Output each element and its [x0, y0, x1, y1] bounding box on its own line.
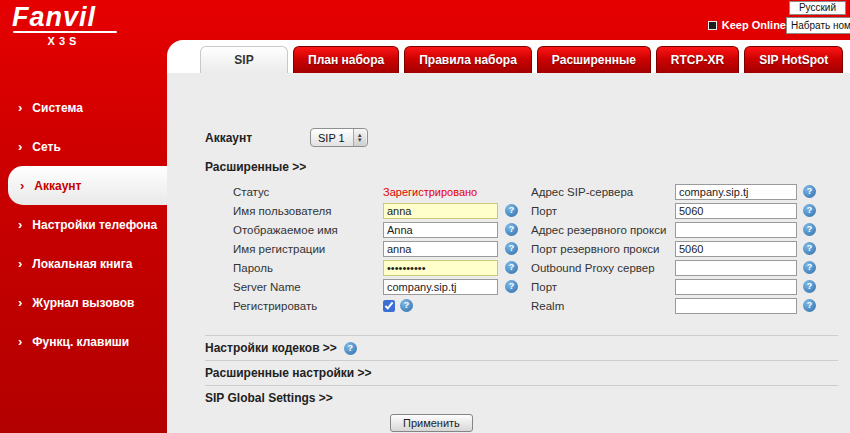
- chevron-right-icon: ›: [18, 296, 22, 309]
- chevron-right-icon: ›: [18, 257, 22, 270]
- sidebar-item-label: Журнал вызовов: [32, 296, 134, 310]
- tab[interactable]: SIP HotSpot: [744, 46, 843, 73]
- username-label: Имя пользователя: [233, 205, 383, 217]
- realm-input[interactable]: [675, 298, 797, 314]
- top-bar: Русский Keep Online Набрать ном: [167, 0, 850, 40]
- chevron-right-icon: ›: [18, 218, 22, 231]
- tab-bar: SIPПлан набораПравила набораРасширенныеR…: [200, 46, 843, 73]
- sidebar-item[interactable]: ›Система: [0, 88, 167, 127]
- help-icon[interactable]: ?: [803, 242, 816, 255]
- sidebar-item[interactable]: ›Журнал вызовов: [0, 283, 167, 322]
- help-icon[interactable]: ?: [803, 223, 816, 236]
- keep-online-checkbox[interactable]: [708, 21, 717, 30]
- tab[interactable]: План набора: [293, 46, 399, 73]
- fanvil-web-ui: Fanvil X3S ›Система›Сеть›Аккаунт›Настрой…: [0, 0, 850, 433]
- keep-online-label: Keep Online: [722, 19, 786, 31]
- help-icon[interactable]: ?: [505, 223, 518, 236]
- help-icon[interactable]: ?: [803, 299, 816, 312]
- dial-number-input[interactable]: Набрать ном: [786, 17, 850, 34]
- collapsed-sections: Настройки кодеков >>?Расширенные настрой…: [205, 335, 838, 410]
- keep-online-group: Keep Online: [708, 19, 786, 31]
- language-select[interactable]: Русский: [789, 1, 846, 15]
- account-select-value: SIP 1: [311, 132, 353, 144]
- help-icon[interactable]: ?: [803, 261, 816, 274]
- tab[interactable]: RTCP-XR: [656, 46, 739, 73]
- outbound-proxy-server-label: Outbound Proxy сервер: [531, 262, 675, 274]
- register-checkbox[interactable]: [383, 300, 395, 312]
- backup-proxy-address-label: Адрес резервного прокси: [531, 224, 675, 236]
- sidebar-item[interactable]: ›Функц. клавиши: [0, 322, 167, 361]
- account-row: Аккаунт SIP 1 ▲▼: [205, 128, 850, 147]
- account-select[interactable]: SIP 1 ▲▼: [310, 128, 368, 147]
- section-row: Настройки кодеков >>?: [205, 335, 838, 360]
- sip-server-address-input[interactable]: [675, 184, 797, 200]
- server-name-label: Server Name: [233, 281, 383, 293]
- chevron-right-icon: ›: [20, 179, 24, 192]
- server-name-input[interactable]: [383, 279, 498, 295]
- username-input[interactable]: [383, 203, 498, 219]
- fanvil-logo-text: Fanvil: [12, 3, 117, 31]
- account-label: Аккаунт: [205, 131, 310, 145]
- apply-button[interactable]: Применить: [390, 414, 473, 432]
- help-icon[interactable]: ?: [505, 261, 518, 274]
- outbound-proxy-server-input[interactable]: [675, 260, 797, 276]
- content-panel: Аккаунт SIP 1 ▲▼ Расширенные >> СтатусЗа…: [167, 73, 850, 433]
- realm-label: Realm: [531, 300, 675, 312]
- section-basic-title[interactable]: Расширенные >>: [205, 160, 850, 174]
- register-name-input[interactable]: [383, 241, 498, 257]
- fanvil-logo: Fanvil X3S: [12, 3, 117, 47]
- phone-model-label: X3S: [12, 35, 116, 47]
- section-title[interactable]: Расширенные настройки >>: [205, 366, 372, 380]
- section-title[interactable]: Настройки кодеков >>: [205, 341, 337, 355]
- apply-row: Применить: [205, 413, 850, 432]
- chevron-right-icon: ›: [18, 140, 22, 153]
- display-name-label: Отображаемое имя: [233, 224, 383, 236]
- outbound-proxy-port-input[interactable]: [675, 279, 797, 295]
- section-row: SIP Global Settings >>: [205, 385, 838, 410]
- help-icon[interactable]: ?: [803, 204, 816, 217]
- help-icon[interactable]: ?: [400, 299, 413, 312]
- sidebar-item-label: Функц. клавиши: [32, 335, 129, 349]
- sidebar-item[interactable]: ›Локальная книга: [0, 244, 167, 283]
- help-icon[interactable]: ?: [505, 204, 518, 217]
- help-icon[interactable]: ?: [803, 185, 816, 198]
- sidebar-item-label: Аккаунт: [34, 179, 81, 193]
- sip-server-address-label: Адрес SIP-сервера: [531, 186, 675, 198]
- tab[interactable]: Правила набора: [404, 46, 532, 73]
- sidebar-menu: ›Система›Сеть›Аккаунт›Настройки телефона…: [0, 88, 167, 361]
- sidebar-item-label: Сеть: [32, 140, 60, 154]
- password-input[interactable]: [383, 260, 498, 276]
- help-icon[interactable]: ?: [344, 342, 357, 355]
- status-value: Зарегистрировано: [383, 186, 477, 198]
- help-icon[interactable]: ?: [505, 280, 518, 293]
- sidebar-item[interactable]: ›Сеть: [0, 127, 167, 166]
- select-arrows-icon: ▲▼: [353, 129, 366, 146]
- sidebar: Fanvil X3S ›Система›Сеть›Аккаунт›Настрой…: [0, 0, 167, 433]
- tab[interactable]: Расширенные: [537, 46, 651, 73]
- password-label: Пароль: [233, 262, 383, 274]
- register-name-label: Имя регистрации: [233, 243, 383, 255]
- backup-proxy-port-label: Порт резервного прокси: [531, 243, 675, 255]
- sidebar-item[interactable]: ›Аккаунт: [8, 166, 167, 205]
- sidebar-item[interactable]: ›Настройки телефона: [0, 205, 167, 244]
- help-icon[interactable]: ?: [803, 280, 816, 293]
- tab[interactable]: SIP: [200, 46, 288, 73]
- sidebar-item-label: Локальная книга: [32, 257, 132, 271]
- register-label: Регистрировать: [233, 300, 383, 312]
- sidebar-item-label: Настройки телефона: [32, 218, 157, 232]
- main-panel: SIPПлан набораПравила набораРасширенныеR…: [167, 40, 850, 433]
- server-port-label: Порт: [531, 205, 675, 217]
- backup-proxy-port-input[interactable]: [675, 241, 797, 257]
- display-name-input[interactable]: [383, 222, 498, 238]
- section-title[interactable]: SIP Global Settings >>: [205, 391, 333, 405]
- server-port-input[interactable]: [675, 203, 797, 219]
- help-icon[interactable]: ?: [505, 242, 518, 255]
- status-label: Статус: [233, 186, 383, 198]
- chevron-right-icon: ›: [18, 335, 22, 348]
- backup-proxy-address-input[interactable]: [675, 222, 797, 238]
- outbound-proxy-port-label: Порт: [531, 281, 675, 293]
- sip-form: СтатусЗарегистрированоАдрес SIP-сервера?…: [233, 182, 850, 315]
- section-row: Расширенные настройки >>: [205, 360, 838, 385]
- chevron-right-icon: ›: [18, 101, 22, 114]
- sidebar-item-label: Система: [32, 101, 83, 115]
